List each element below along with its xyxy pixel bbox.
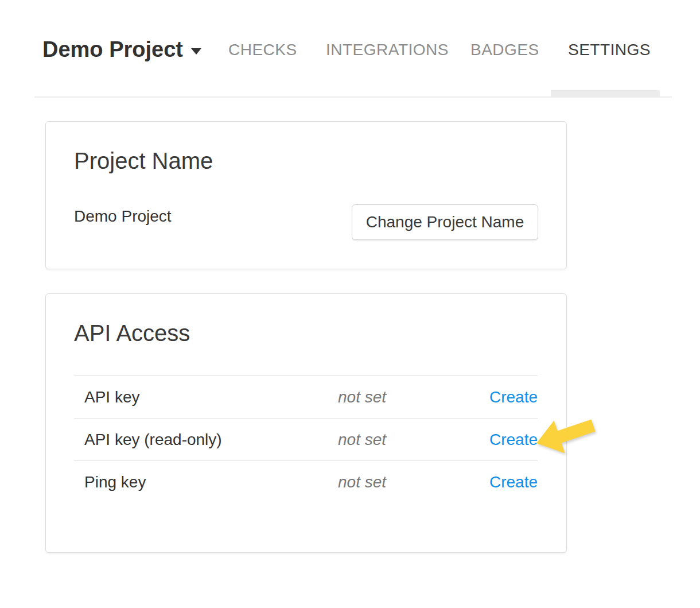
api-key-read-only-value: not set <box>338 431 461 449</box>
ping-key-label: Ping key <box>74 473 338 491</box>
tab-settings[interactable]: SETTINGS <box>568 41 651 59</box>
nav-divider <box>34 96 672 98</box>
ping-key-value: not set <box>338 473 461 491</box>
create-api-key-read-only-link[interactable]: Create <box>489 431 538 448</box>
chevron-down-icon <box>191 48 201 55</box>
table-row-ping-key: Ping key not set Create <box>74 460 538 503</box>
create-api-key-link[interactable]: Create <box>489 388 538 406</box>
project-title: Demo Project <box>42 36 183 63</box>
api-access-card-title: API Access <box>74 319 190 347</box>
settings-page: Demo Project CHECKS INTEGRATIONS BADGES … <box>0 0 700 608</box>
tab-badges[interactable]: BADGES <box>470 41 539 59</box>
tab-checks[interactable]: CHECKS <box>228 41 297 59</box>
api-key-value: not set <box>338 388 461 406</box>
api-access-card: API Access API key not set Create API ke… <box>45 293 567 553</box>
change-project-name-button[interactable]: Change Project Name <box>352 204 538 240</box>
project-name-card: Project Name Demo Project Change Project… <box>45 121 567 269</box>
table-row-api-key: API key not set Create <box>74 375 538 418</box>
table-row-api-key-read-only: API key (read-only) not set Create <box>74 418 538 460</box>
project-name-value: Demo Project <box>74 207 172 226</box>
api-key-read-only-label: API key (read-only) <box>74 431 338 449</box>
create-ping-key-link[interactable]: Create <box>489 473 538 491</box>
project-name-card-title: Project Name <box>74 147 213 175</box>
api-keys-table: API key not set Create API key (read-onl… <box>74 375 538 503</box>
api-key-label: API key <box>74 388 338 406</box>
project-switcher-dropdown[interactable]: Demo Project <box>42 36 201 63</box>
tab-integrations[interactable]: INTEGRATIONS <box>326 41 449 59</box>
